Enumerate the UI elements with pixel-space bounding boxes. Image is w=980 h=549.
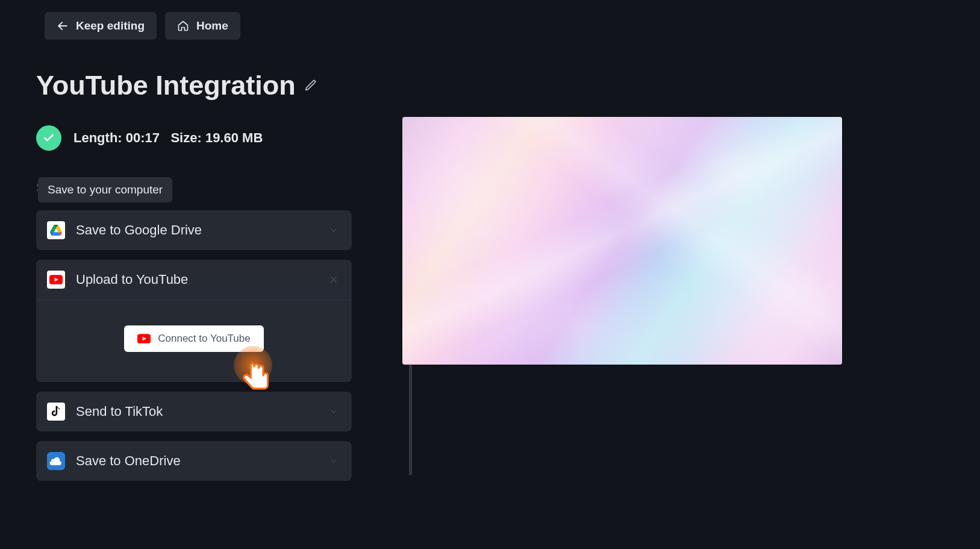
youtube-icon — [47, 271, 65, 289]
video-meta: Length: 00:17 Size: 19.60 MB — [73, 130, 263, 146]
gdrive-label: Save to Google Drive — [76, 222, 202, 238]
chevron-down-icon — [329, 456, 339, 466]
youtube-icon — [137, 334, 151, 344]
home-button[interactable]: Home — [165, 12, 240, 40]
arrow-left-icon — [57, 20, 69, 32]
video-preview[interactable] — [402, 117, 842, 365]
home-label: Home — [196, 19, 228, 33]
pencil-icon[interactable] — [304, 79, 317, 92]
save-tooltip: Save to your computer — [38, 177, 172, 202]
tiktok-icon — [47, 403, 65, 421]
chevron-down-icon — [329, 407, 339, 416]
keep-editing-button[interactable]: Keep editing — [45, 12, 157, 40]
save-option-tiktok[interactable]: Send to TikTok — [36, 392, 352, 431]
chevron-down-icon — [329, 225, 339, 235]
save-option-youtube[interactable]: Upload to YouTube ✕ Connect to YouTube — [36, 260, 352, 382]
status-badge — [36, 125, 61, 151]
home-icon — [177, 20, 189, 32]
onedrive-label: Save to OneDrive — [76, 453, 181, 469]
tiktok-label: Send to TikTok — [76, 404, 163, 419]
youtube-label: Upload to YouTube — [76, 272, 188, 287]
save-option-onedrive[interactable]: Save to OneDrive — [36, 441, 352, 481]
connect-youtube-button[interactable]: Connect to YouTube — [124, 325, 263, 352]
google-drive-icon — [47, 221, 65, 239]
keep-editing-label: Keep editing — [76, 19, 145, 33]
connect-label: Connect to YouTube — [158, 333, 250, 345]
page-title: YouTube Integration — [36, 70, 296, 101]
close-icon[interactable]: ✕ — [329, 273, 339, 287]
check-icon — [43, 132, 55, 144]
onedrive-icon — [47, 452, 65, 470]
save-option-gdrive[interactable]: Save to Google Drive — [36, 210, 352, 250]
